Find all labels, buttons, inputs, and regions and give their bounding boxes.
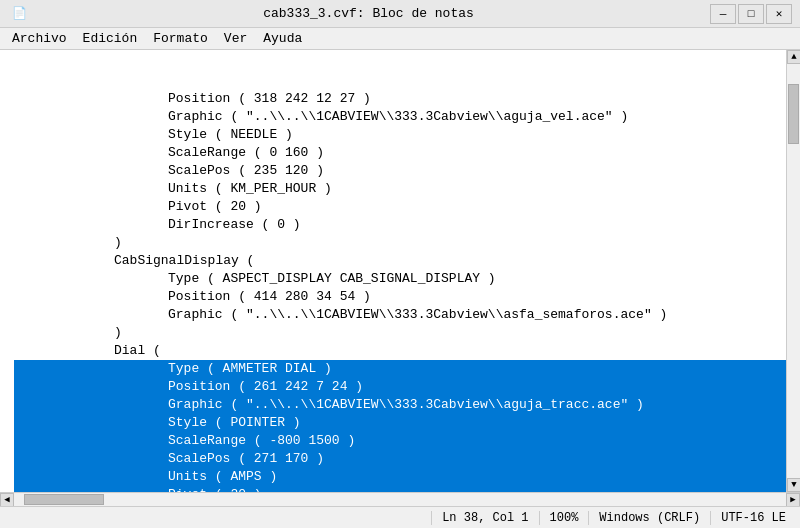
maximize-button[interactable]: □ (738, 4, 764, 24)
scroll-left-button[interactable]: ◀ (0, 493, 14, 507)
close-button[interactable]: ✕ (766, 4, 792, 24)
statusbar-items: Ln 38, Col 1 100% Windows (CRLF) UTF-16 … (18, 511, 796, 525)
table-row: ScalePos ( 235 120 ) (14, 162, 786, 180)
table-row: Style ( NEEDLE ) (14, 126, 786, 144)
window-controls: — □ ✕ (710, 4, 792, 24)
table-row: ScalePos ( 271 170 ) (14, 450, 786, 468)
window-title: cab333_3.cvf: Bloc de notas (27, 6, 710, 21)
horizontal-scrollbar[interactable]: ◀ ▶ (0, 492, 800, 506)
table-row: Pivot ( 20 ) (14, 486, 786, 492)
menu-edicion[interactable]: Edición (75, 29, 146, 48)
statusbar-ln-col: Ln 38, Col 1 (431, 511, 538, 525)
table-row: Style ( POINTER ) (14, 414, 786, 432)
menu-ayuda[interactable]: Ayuda (255, 29, 310, 48)
table-row: Units ( KM_PER_HOUR ) (14, 180, 786, 198)
vertical-scrollbar[interactable]: ▲ ▼ (786, 50, 800, 492)
menu-ver[interactable]: Ver (216, 29, 255, 48)
table-row: ScaleRange ( -800 1500 ) (14, 432, 786, 450)
statusbar-line-ending: Windows (CRLF) (588, 511, 710, 525)
table-row: Dial ( (14, 342, 786, 360)
table-row: Graphic ( "..\\..\\1CABVIEW\\333.3Cabvie… (14, 396, 786, 414)
menubar: Archivo Edición Formato Ver Ayuda (0, 28, 800, 50)
table-row: ) (14, 324, 786, 342)
editor-content: Position ( 318 242 12 27 )Graphic ( "..\… (0, 52, 786, 492)
scroll-right-button[interactable]: ▶ (786, 493, 800, 507)
scroll-up-button[interactable]: ▲ (787, 50, 800, 64)
statusbar-encoding: UTF-16 LE (710, 511, 796, 525)
app-icon: 📄 (12, 6, 27, 21)
titlebar: 📄 cab333_3.cvf: Bloc de notas — □ ✕ (0, 0, 800, 28)
table-row: CabSignalDisplay ( (14, 252, 786, 270)
statusbar: Ln 38, Col 1 100% Windows (CRLF) UTF-16 … (0, 506, 800, 528)
table-row: Type ( ASPECT_DISPLAY CAB_SIGNAL_DISPLAY… (14, 270, 786, 288)
hscroll-thumb[interactable] (24, 494, 104, 505)
main-area: Position ( 318 242 12 27 )Graphic ( "..\… (0, 50, 800, 492)
scroll-track[interactable] (787, 64, 800, 478)
minimize-button[interactable]: — (710, 4, 736, 24)
table-row: Graphic ( "..\\..\\1CABVIEW\\333.3Cabvie… (14, 306, 786, 324)
editor[interactable]: Position ( 318 242 12 27 )Graphic ( "..\… (0, 50, 786, 492)
menu-formato[interactable]: Formato (145, 29, 216, 48)
table-row: Position ( 318 242 12 27 ) (14, 90, 786, 108)
table-row: Units ( AMPS ) (14, 468, 786, 486)
table-row: Type ( AMMETER DIAL ) (14, 360, 786, 378)
scroll-down-button[interactable]: ▼ (787, 478, 800, 492)
menu-archivo[interactable]: Archivo (4, 29, 75, 48)
table-row: ) (14, 234, 786, 252)
scroll-thumb[interactable] (788, 84, 799, 144)
hscroll-track[interactable] (14, 493, 786, 506)
table-row: Position ( 414 280 34 54 ) (14, 288, 786, 306)
table-row: Graphic ( "..\\..\\1CABVIEW\\333.3Cabvie… (14, 108, 786, 126)
table-row: ScaleRange ( 0 160 ) (14, 144, 786, 162)
table-row: Pivot ( 20 ) (14, 198, 786, 216)
table-row: DirIncrease ( 0 ) (14, 216, 786, 234)
statusbar-zoom: 100% (539, 511, 589, 525)
table-row: Position ( 261 242 7 24 ) (14, 378, 786, 396)
